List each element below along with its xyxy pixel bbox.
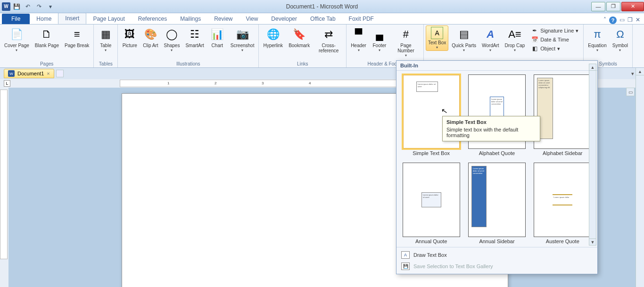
table-button[interactable]: ▦Table▾ [96,25,116,54]
word-app-icon[interactable]: W [2,2,10,11]
screenshot-button[interactable]: 📷Screenshot▾ [228,25,257,54]
quick-parts-icon: ▤ [456,27,471,42]
vertical-ruler-gutter [0,88,8,287]
equation-icon: π [590,27,605,42]
tab-view[interactable]: View [239,14,265,24]
group-tables: ▦Table▾ Tables [94,25,118,67]
vertical-ruler[interactable] [0,90,8,259]
clip-art-icon: 🎨 [143,27,158,42]
group-links: 🌐Hyperlink 🔖Bookmark ⇄Cross-reference Li… [259,25,347,67]
symbol-icon: Ω [612,27,627,42]
close-tab-icon[interactable]: × [47,71,50,76]
save-icon[interactable]: 💾 [11,1,22,12]
footer-button[interactable]: ▄Footer▾ [370,25,389,54]
tab-page-layout[interactable]: Page Layout [86,14,131,24]
gallery-scroll-up-icon[interactable]: ▲ [589,64,596,71]
hyperlink-icon: 🌐 [265,27,281,42]
picture-label: Picture [123,42,137,48]
ribbon-options-icon[interactable]: ▭ [619,16,625,24]
clip-art-button[interactable]: 🎨Clip Art [140,25,160,49]
header-label: Header [351,42,366,48]
horizontal-ruler[interactable]: 1 2 3 4 [120,80,403,87]
ribbon-close-icon[interactable]: ✕ [636,16,640,24]
title-bar: W 💾 ↶ ↷ ▾ Document1 - Microsoft Word — ❐… [0,0,644,13]
equation-button[interactable]: πEquation▾ [586,25,609,54]
ruler-toggle-icon[interactable]: ▭ [626,88,635,96]
object-label: Object [540,46,555,51]
tab-developer[interactable]: Developer [264,14,304,24]
gallery-footer: A Draw Text Box 💾 Save Selection to Text… [396,247,597,274]
equation-label: Equation [588,42,606,48]
shapes-button[interactable]: ◯Shapes▾ [161,25,182,54]
cover-page-button[interactable]: 📄Cover Page▾ [2,25,32,54]
gallery-item-label: Austere Quote [546,237,579,247]
chart-button[interactable]: 📊Chart [207,25,227,49]
scroll-up-icon[interactable]: ▲ [636,68,644,75]
tooltip-title: Simple Text Box [446,119,536,125]
ruler-mark: 1 [167,81,169,85]
bookmark-button[interactable]: 🔖Bookmark [286,25,312,49]
page-break-button[interactable]: ≡Page Break [62,25,91,49]
help-icon[interactable]: ? [609,16,617,24]
new-tab-button[interactable] [56,70,64,77]
draw-text-box-label: Draw Text Box [413,252,447,258]
gallery-scroll-down-icon[interactable]: ▼ [589,238,596,245]
quick-parts-button[interactable]: ▤Quick Parts▾ [449,25,479,54]
gallery-item-alphabet-sidebar[interactable]: Lorem ipsum dolor sit amet consectetur a… [532,74,594,159]
undo-icon[interactable]: ↶ [23,1,33,12]
drop-cap-label: Drop Cap [505,42,525,48]
date-time-button[interactable]: 📅Date & Time [529,35,580,44]
tab-stop-selector[interactable]: L [4,80,10,87]
close-button[interactable]: ✕ [621,2,644,11]
signature-line-icon: ✒ [531,27,538,34]
drop-cap-button[interactable]: A≡Drop Cap▾ [503,25,528,54]
drop-cap-icon: A≡ [507,27,522,42]
vertical-scrollbar[interactable]: ▲ [636,68,644,287]
minimize-button[interactable]: — [591,2,605,11]
page-number-button[interactable]: #Page Number▾ [390,25,421,59]
chart-icon: 📊 [210,27,225,42]
gallery-item-austere-quote[interactable]: Lorem ipsum dolor Austere Quote [532,163,594,247]
hyperlink-button[interactable]: 🌐Hyperlink [261,25,285,49]
header-button[interactable]: ▀Header▾ [348,25,369,54]
tab-mailings[interactable]: Mailings [173,14,207,24]
ribbon-restore-icon[interactable]: ❐ [627,16,633,24]
tab-office-tab[interactable]: Office Tab [304,14,342,24]
tab-insert[interactable]: Insert [58,13,86,24]
tab-foxit-pdf[interactable]: Foxit PDF [342,14,380,24]
redo-icon[interactable]: ↷ [34,1,44,12]
gallery-scrollbar[interactable]: ▲ ▼ [589,64,596,246]
clip-art-label: Clip Art [143,42,158,48]
group-illustrations: 🖼Picture 🎨Clip Art ◯Shapes▾ ☷SmartArt 📊C… [118,25,259,67]
gallery-item-annual-quote[interactable]: Lorem ipsum dolor sit amet Annual Quote [400,163,462,247]
group-tables-label: Tables [96,60,116,67]
blank-page-button[interactable]: 🗋Blank Page [33,25,61,49]
signature-line-button[interactable]: ✒Signature Line ▾ [529,26,580,35]
cross-reference-button[interactable]: ⇄Cross-reference [313,25,344,55]
symbol-label: Symbol [612,42,628,48]
tab-review[interactable]: Review [207,14,239,24]
document-tab[interactable]: W Document1 × [4,69,54,78]
qat-dropdown-icon[interactable]: ▾ [45,1,56,12]
wordart-button[interactable]: AWordArt▾ [479,25,502,54]
save-selection-label: Save Selection to Text Box Gallery [413,263,493,269]
maximize-button[interactable]: ❐ [606,2,620,11]
tab-options-icon[interactable]: ▾ [631,71,634,77]
file-tab[interactable]: File [2,14,30,24]
text-box-button[interactable]: AText Box▾ [426,25,448,51]
table-icon: ▦ [98,27,113,42]
tab-home[interactable]: Home [30,14,58,24]
cover-page-label: Cover Page [4,42,29,48]
object-button[interactable]: ◧Object ▾ [529,44,580,53]
tab-references[interactable]: References [132,14,173,24]
quick-parts-label: Quick Parts [452,42,476,48]
draw-text-box-menu-item[interactable]: A Draw Text Box [396,249,597,261]
smartart-button[interactable]: ☷SmartArt [183,25,206,49]
minimize-ribbon-icon[interactable]: ˄ [603,16,606,24]
symbol-button[interactable]: ΩSymbol▾ [610,25,630,54]
word-doc-icon: W [8,70,15,77]
ruler-mark: 3 [262,81,264,85]
date-time-icon: 📅 [531,36,538,43]
gallery-item-annual-sidebar[interactable]: Lorem ipsum dolor sit amet consectetur A… [466,163,528,247]
picture-button[interactable]: 🖼Picture [120,25,140,49]
